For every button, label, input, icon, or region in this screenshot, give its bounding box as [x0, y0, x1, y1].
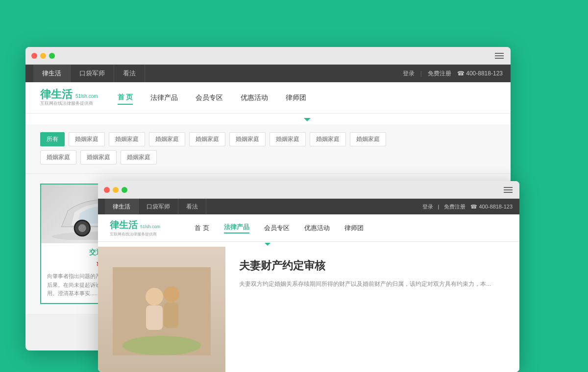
maximize-button[interactable]	[49, 53, 55, 59]
topnav-tab-lvsh[interactable]: 律生活	[33, 65, 71, 82]
logo-subtitle: 互联网在线法律服务提供商	[40, 100, 98, 107]
nav-members[interactable]: 会员专区	[196, 92, 223, 104]
filter-tag-9[interactable]: 婚姻家庭	[40, 150, 76, 164]
w2-content-area: 夫妻财产约定审核 夫妻双方约定婚姻关系存续期间所得的财产以及婚前财产的归属，该约…	[98, 247, 519, 372]
main-header-1: 律生活 51lsh.com 互联网在线法律服务提供商 首 页 法律产品 会员专区…	[25, 82, 511, 114]
filter-row-2: 婚姻家庭 婚姻家庭 婚姻家庭	[40, 150, 496, 164]
minimize-button[interactable]	[40, 53, 46, 59]
maximize-button-2[interactable]	[122, 187, 127, 193]
register-link[interactable]: 免费注册	[428, 70, 451, 78]
w2-text-panel: 夫妻财产约定审核 夫妻双方约定婚姻关系存续期间所得的财产以及婚前财产的归属，该约…	[225, 247, 519, 372]
filter-tag-5[interactable]: 婚姻家庭	[229, 132, 266, 146]
hamburger-menu-2[interactable]	[504, 187, 513, 193]
w2-nav-products[interactable]: 法律产品	[224, 223, 249, 233]
logo-english: 51lsh.com	[75, 93, 98, 99]
topnav-tab-kanfa[interactable]: 看法	[114, 65, 145, 82]
nav-lawyers[interactable]: 律师团	[286, 92, 306, 104]
filter-section-1: 所有 婚姻家庭 婚姻家庭 婚姻家庭 婚姻家庭 婚姻家庭 婚姻家庭 婚姻家庭 婚姻…	[25, 124, 511, 174]
w2-topnav-tab-pocket[interactable]: 口袋军师	[139, 199, 178, 214]
w2-product-image	[98, 247, 225, 372]
logo-2: 律生活 51lsh.com 互联网在线法律服务提供商	[110, 219, 160, 237]
svg-point-27	[122, 336, 201, 355]
w2-nav-promotions[interactable]: 优惠活动	[304, 224, 330, 232]
svg-rect-26	[164, 302, 178, 328]
w2-topnav-tab-kanfa[interactable]: 看法	[178, 199, 206, 214]
logo-1: 律生活 51lsh.com 互联网在线法律服务提供商	[40, 89, 98, 107]
svg-point-2	[78, 224, 86, 232]
top-navbar-2: 律生活 口袋军师 看法 登录 | 免费注册 ☎ 400-8818-123	[98, 199, 519, 214]
filter-tag-10[interactable]: 婚姻家庭	[80, 150, 117, 164]
w2-main-nav: 首 页 法律产品 会员专区 优惠活动 律师团	[195, 223, 364, 233]
window-2: 律生活 口袋军师 看法 登录 | 免费注册 ☎ 400-8818-123 律生活…	[98, 181, 519, 372]
phone-number: ☎ 400-8818-123	[457, 70, 503, 77]
w2-phone: ☎ 400-8818-123	[470, 204, 513, 210]
traffic-lights-2	[104, 187, 127, 193]
w2-logo-chinese: 律生活	[110, 219, 138, 232]
filter-tag-7[interactable]: 婚姻家庭	[310, 132, 346, 146]
close-button[interactable]	[31, 53, 37, 59]
svg-point-24	[164, 286, 179, 302]
filter-all[interactable]: 所有	[40, 132, 65, 146]
svg-point-23	[146, 288, 163, 305]
w2-product-title: 夫妻财产约定审核	[239, 258, 506, 273]
hamburger-menu[interactable]	[495, 53, 504, 59]
w2-logo-english: 51lsh.com	[140, 224, 160, 229]
nav-indicator-1	[25, 114, 511, 124]
filter-tag-1[interactable]: 婚姻家庭	[69, 132, 105, 146]
filter-tag-6[interactable]: 婚姻家庭	[270, 132, 306, 146]
filter-row-1: 所有 婚姻家庭 婚姻家庭 婚姻家庭 婚姻家庭 婚姻家庭 婚姻家庭 婚姻家庭 婚姻…	[40, 132, 496, 146]
w2-login-link[interactable]: 登录	[422, 203, 433, 210]
nav-home[interactable]: 首 页	[118, 91, 133, 105]
w2-nav-home[interactable]: 首 页	[195, 224, 209, 232]
w2-logo-subtitle: 互联网在线法律服务提供商	[110, 232, 160, 237]
filter-tag-8[interactable]: 婚姻家庭	[350, 132, 386, 146]
topnav-right-1: 登录 | 免费注册 ☎ 400-8818-123	[403, 70, 503, 78]
w2-nav-members[interactable]: 会员专区	[264, 224, 290, 232]
topnav-tabs-1: 律生活 口袋军师 看法	[33, 65, 145, 82]
close-button-2[interactable]	[104, 187, 110, 193]
filter-tag-11[interactable]: 婚姻家庭	[121, 150, 157, 164]
nav-indicator-2	[98, 242, 519, 247]
nav-promotions[interactable]: 优惠活动	[241, 92, 268, 104]
w2-register-link[interactable]: 免费注册	[444, 203, 466, 210]
svg-rect-25	[146, 305, 163, 330]
logo-chinese: 律生活	[40, 89, 73, 100]
main-header-2: 律生活 51lsh.com 互联网在线法律服务提供商 首 页 法律产品 会员专区…	[98, 214, 519, 242]
filter-tag-3[interactable]: 婚姻家庭	[149, 132, 185, 146]
top-navbar-1: 律生活 口袋军师 看法 登录 | 免费注册 ☎ 400-8818-123	[25, 65, 511, 82]
filter-tag-4[interactable]: 婚姻家庭	[189, 132, 225, 146]
filter-tag-2[interactable]: 婚姻家庭	[109, 132, 145, 146]
main-nav-1: 首 页 法律产品 会员专区 优惠活动 律师团	[118, 91, 307, 105]
nav-products[interactable]: 法律产品	[150, 92, 178, 104]
w2-topnav-tab-lvsh[interactable]: 律生活	[105, 199, 139, 214]
titlebar-1	[25, 47, 511, 65]
w2-product-desc: 夫妻双方约定婚姻关系存续期间所得的财产以及婚前财产的归属，该约定对双方具有约束力…	[239, 279, 506, 290]
minimize-button-2[interactable]	[113, 187, 119, 193]
topnav-tab-pocket[interactable]: 口袋军师	[71, 65, 114, 82]
traffic-lights-1	[31, 53, 55, 59]
w2-topnav-right: 登录 | 免费注册 ☎ 400-8818-123	[422, 203, 513, 210]
login-link[interactable]: 登录	[403, 70, 415, 78]
titlebar-2	[98, 181, 519, 199]
w2-nav-lawyers[interactable]: 律师团	[344, 224, 364, 232]
